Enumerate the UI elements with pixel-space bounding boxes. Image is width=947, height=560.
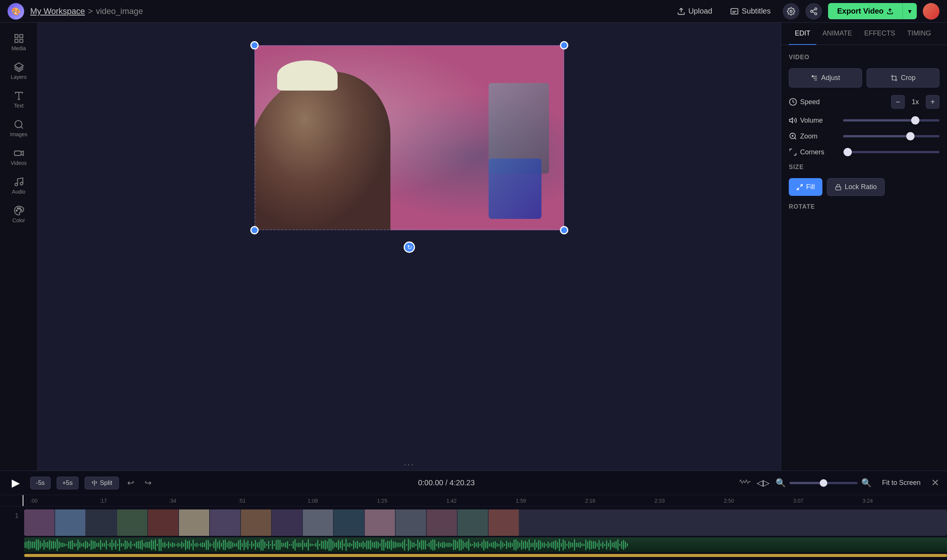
sidebar-item-images[interactable]: Images <box>2 115 35 142</box>
waveform-bar <box>564 541 566 549</box>
waveform-bar <box>468 539 469 551</box>
sidebar-item-color[interactable]: Color <box>2 201 35 228</box>
speed-decrease[interactable]: − <box>891 95 905 109</box>
sidebar-item-audio[interactable]: Audio <box>2 172 35 199</box>
rotation-handle[interactable] <box>404 242 415 253</box>
fit-to-screen-button[interactable]: Fit to Screen <box>878 477 925 489</box>
fill-button[interactable]: Fill <box>789 178 822 196</box>
waveform-bar <box>151 540 152 550</box>
zoom-out-button[interactable]: 🔍 <box>776 478 786 488</box>
thumb-6 <box>179 509 209 536</box>
waveform-bar <box>523 542 524 549</box>
waveform-bar <box>304 543 305 547</box>
waveform-bar <box>85 541 86 549</box>
waveform-bar <box>60 543 62 547</box>
track-number: 1 <box>15 509 23 557</box>
tab-edit[interactable]: EDIT <box>789 23 816 45</box>
waveform-bar <box>142 540 143 550</box>
waveform-bar <box>117 544 118 546</box>
more-options-dots[interactable]: ··· <box>404 460 415 469</box>
waveform-bar <box>157 544 158 546</box>
waveform-bar <box>340 542 341 548</box>
waveform-bar <box>591 541 592 549</box>
waveform-bar <box>621 541 622 549</box>
tab-timing[interactable]: TIMING <box>901 23 937 45</box>
play-button[interactable]: ▶ <box>8 475 24 491</box>
waveform-bar <box>451 543 452 546</box>
waveform-bar <box>276 540 277 550</box>
canvas-container[interactable] <box>254 45 564 230</box>
close-timeline-button[interactable]: ✕ <box>931 477 939 489</box>
crop-button[interactable]: Crop <box>867 68 940 88</box>
waveform-bar <box>228 541 230 549</box>
waveform-bar <box>238 540 239 549</box>
waveform-bar <box>102 543 103 547</box>
waveform-bar <box>512 543 513 547</box>
waveform-bar <box>264 542 265 549</box>
subtitles-button[interactable]: Subtitles <box>724 4 777 18</box>
waveform-bar <box>427 544 428 546</box>
sidebar-item-text[interactable]: Text <box>2 86 35 113</box>
export-dropdown-button[interactable]: ▾ <box>902 3 917 19</box>
audio-track[interactable] <box>24 537 947 552</box>
lock-ratio-button[interactable]: Lock Ratio <box>827 178 885 196</box>
undo-button[interactable]: ↩ <box>125 476 136 490</box>
thumb-13 <box>396 509 426 536</box>
sidebar-item-layers[interactable]: Layers <box>2 57 35 85</box>
trim-arrows-button[interactable]: ◁▷ <box>757 478 770 488</box>
ruler-mark-8: 2:16 <box>585 498 655 504</box>
waveform-bar <box>170 543 171 546</box>
waveform-bar <box>168 542 169 548</box>
waveform-bar <box>508 543 509 547</box>
svg-rect-12 <box>15 39 18 42</box>
waveform-bar <box>370 540 371 550</box>
waveform-bar <box>108 544 109 546</box>
handle-top-left[interactable] <box>250 41 259 49</box>
waveform-button[interactable] <box>739 478 751 488</box>
sidebar-item-media[interactable]: Media <box>2 29 35 56</box>
skip-back-button[interactable]: -5s <box>30 477 51 489</box>
sidebar-item-videos[interactable]: Videos <box>2 143 35 171</box>
tab-effects[interactable]: EFFECTS <box>858 23 901 45</box>
upload-button[interactable]: Upload <box>671 4 718 18</box>
thumb-15 <box>458 509 488 536</box>
waveform-bar <box>529 539 530 551</box>
adjust-button[interactable]: Adjust <box>789 68 862 88</box>
waveform-bar <box>221 543 222 546</box>
waveform-bar <box>627 543 628 546</box>
waveform-bar <box>236 543 237 547</box>
zoom-slider-track[interactable] <box>790 482 858 484</box>
waveform-bar <box>210 543 211 547</box>
share-button[interactable] <box>805 3 822 20</box>
handle-bottom-left[interactable] <box>250 226 259 234</box>
zoom-in-button[interactable]: 🔍 <box>861 478 871 488</box>
handle-top-right[interactable] <box>560 41 568 49</box>
speed-increase[interactable]: + <box>926 95 939 109</box>
workspace-link[interactable]: My Workspace <box>30 6 85 16</box>
waveform-bar <box>544 542 545 548</box>
waveform-bar <box>398 543 399 547</box>
waveform-bar <box>153 541 154 549</box>
split-button[interactable]: Split <box>85 477 119 489</box>
handle-bottom-right[interactable] <box>560 226 568 234</box>
waveform-bar <box>49 540 50 549</box>
waveform-bar <box>447 543 449 547</box>
waveform-bar <box>227 542 228 548</box>
waveform-bar <box>43 540 45 550</box>
redo-button[interactable]: ↪ <box>142 476 154 490</box>
sidebar-item-images-label: Images <box>10 131 28 137</box>
zoom-slider[interactable] <box>843 135 939 137</box>
skip-forward-button[interactable]: +5s <box>57 477 79 489</box>
corners-slider[interactable] <box>843 151 939 153</box>
video-track[interactable] <box>24 509 947 536</box>
playhead[interactable] <box>23 495 23 506</box>
tab-animate[interactable]: ANIMATE <box>816 23 858 45</box>
waveform-bar <box>457 542 458 548</box>
waveform-bar <box>549 543 551 547</box>
waveform-bar <box>623 540 624 550</box>
export-button[interactable]: Export Video <box>828 3 902 19</box>
volume-slider[interactable] <box>843 119 939 122</box>
ruler-marks: :00 :17 :34 :51 1:08 1:25 1:42 1:59 2:16… <box>30 498 932 504</box>
settings-button[interactable] <box>783 3 799 20</box>
ruler-mark-12: 3:24 <box>862 498 932 504</box>
